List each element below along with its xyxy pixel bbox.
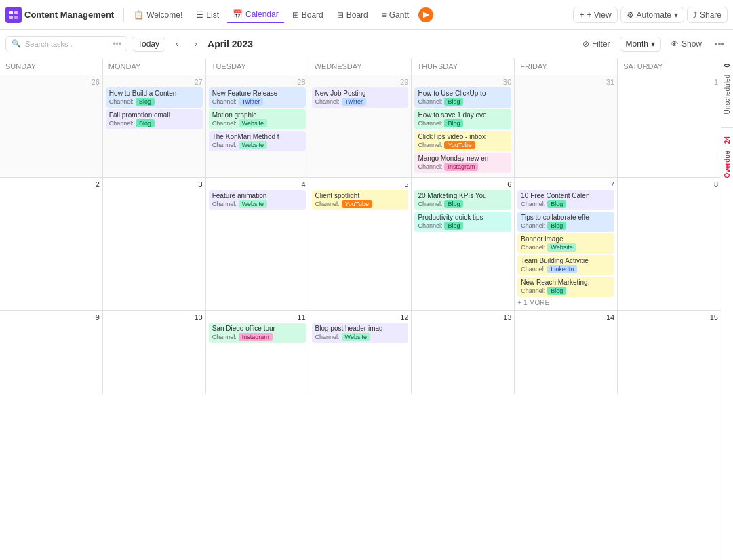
- header-saturday: Saturday: [618, 58, 721, 75]
- divider: [721, 127, 733, 128]
- day-num: 8: [620, 180, 718, 188]
- nav-item-gantt[interactable]: ≡ Gantt: [376, 7, 414, 22]
- header-tuesday: Tuesday: [206, 58, 309, 75]
- plus-icon: +: [579, 10, 584, 20]
- unscheduled-label[interactable]: Unscheduled: [724, 69, 731, 119]
- nav-item-list[interactable]: ☰ List: [191, 7, 224, 22]
- task-card[interactable]: Blog post header imag Channel: Website: [312, 323, 409, 343]
- next-month-button[interactable]: ›: [189, 37, 203, 52]
- day-mar30: 30 How to Use ClickUp to Channel: Blog H…: [412, 75, 515, 177]
- day-apr6: 6 20 Marketing KPIs You Channel: Blog Pr…: [412, 178, 515, 310]
- today-button[interactable]: Today: [132, 37, 165, 52]
- header-monday: Monday: [103, 58, 206, 75]
- task-card[interactable]: Fall promotion email Channel: Blog: [106, 109, 203, 129]
- task-card[interactable]: 10 Free Content Calen Channel: Blog: [517, 190, 614, 210]
- task-channel: Channel: Blog: [109, 119, 199, 127]
- task-channel: Channel: Blog: [418, 98, 508, 106]
- app-icon: [5, 7, 22, 23]
- gantt-icon: ≡: [382, 10, 387, 20]
- day-headers: Sunday Monday Tuesday Wednesday Thursday…: [0, 58, 721, 75]
- nav-right: + + View ⚙ Automate ▾ ⤴ Share: [573, 7, 728, 23]
- task-title: The KonMari Method f: [212, 133, 302, 140]
- automate-button[interactable]: ⚙ Automate ▾: [620, 7, 684, 23]
- task-card[interactable]: Feature animation Channel: Website: [209, 190, 306, 210]
- task-title: How to Use ClickUp to: [418, 89, 508, 97]
- task-channel: Channel: LinkedIn: [521, 265, 611, 273]
- task-channel: Channel: Twitter: [212, 98, 302, 106]
- task-card[interactable]: Team Building Activitie Channel: LinkedI…: [517, 255, 614, 275]
- task-card[interactable]: Motion graphic Channel: Website: [209, 109, 306, 129]
- list-icon: ☰: [196, 10, 203, 20]
- task-channel: Channel: Blog: [418, 200, 508, 208]
- day-apr8: 8: [618, 178, 721, 310]
- task-card[interactable]: Tips to collaborate effe Channel: Blog: [517, 212, 614, 232]
- calendar-row-3: 9 10 11 San Diego office tour Channel: I…: [0, 311, 721, 394]
- month-chevron-icon: ▾: [651, 39, 655, 49]
- more-options-button[interactable]: •••: [711, 36, 728, 52]
- automate-icon: ⚙: [627, 10, 634, 20]
- task-card[interactable]: 20 Marketing KPIs You Channel: Blog: [414, 190, 511, 210]
- channel-badge: Blog: [444, 222, 463, 230]
- task-title: How to Build a Conten: [109, 89, 199, 97]
- header-sunday: Sunday: [0, 58, 103, 75]
- day-num: 3: [106, 180, 203, 188]
- eye-icon: 👁: [671, 39, 679, 49]
- nav-item-welcome[interactable]: 📋 Welcome!: [128, 7, 188, 22]
- channel-badge: Website: [239, 119, 267, 127]
- channel-badge: Blog: [444, 200, 463, 208]
- calendar-grid: 26 27 How to Build a Conten Channel: Blo…: [0, 75, 721, 560]
- task-card[interactable]: Productivity quick tips Channel: Blog: [414, 212, 511, 232]
- more-link[interactable]: + 1 MORE: [517, 298, 614, 307]
- top-nav: Content Management 📋 Welcome! ☰ List 📅 C…: [0, 0, 733, 30]
- search-box[interactable]: 🔍 Search tasks . •••: [5, 36, 127, 52]
- day-num: 10: [106, 313, 203, 321]
- nav-item-board1[interactable]: ⊞ Board: [287, 7, 329, 22]
- task-card[interactable]: Mango Monday new en Channel: Instagram: [414, 153, 511, 173]
- nav-item-board2[interactable]: ⊟ Board: [332, 7, 374, 22]
- unscheduled-count: 0: [724, 64, 731, 68]
- task-card[interactable]: ClickTips video - inbox Channel: YouTube: [414, 131, 511, 151]
- task-channel: Channel: Website: [315, 333, 405, 341]
- prev-month-button[interactable]: ‹: [170, 37, 184, 52]
- task-card[interactable]: Client spotlight Channel: YouTube: [312, 190, 409, 210]
- task-channel: Channel: Instagram: [418, 163, 508, 171]
- task-channel: Channel: Blog: [521, 200, 611, 208]
- day-num: 11: [209, 313, 306, 321]
- channel-badge: Website: [547, 243, 576, 252]
- day-num: 12: [312, 313, 409, 321]
- month-select[interactable]: Month ▾: [620, 37, 661, 52]
- share-button[interactable]: ⤴ Share: [687, 7, 728, 23]
- day-num: 29: [312, 78, 409, 86]
- day-mar29: 29 New Job Posting Channel: Twitter: [309, 75, 412, 177]
- day-mar26: 26: [0, 75, 103, 177]
- channel-badge: Website: [239, 200, 267, 208]
- task-title: Blog post header imag: [315, 325, 405, 332]
- channel-badge: Website: [239, 141, 267, 149]
- task-card[interactable]: New Feature Release Channel: Twitter: [209, 87, 306, 108]
- app-title: Content Management: [24, 9, 114, 20]
- calendar-row-1: 26 27 How to Build a Conten Channel: Blo…: [0, 75, 721, 178]
- task-channel: Channel: Instagram: [212, 333, 302, 341]
- show-button[interactable]: 👁 Show: [665, 37, 707, 51]
- task-card[interactable]: How to save 1 day eve Channel: Blog: [414, 109, 511, 129]
- nav-item-calendar[interactable]: 📅 Calendar: [227, 7, 284, 23]
- task-title: Feature animation: [212, 192, 302, 199]
- task-card[interactable]: New Reach Marketing: Channel: Blog: [517, 277, 614, 297]
- add-view-button[interactable]: + + View: [573, 7, 617, 23]
- search-more-icon: •••: [113, 39, 121, 49]
- expand-views-button[interactable]: ▶: [418, 7, 433, 22]
- task-title: Productivity quick tips: [418, 214, 508, 221]
- overdue-label[interactable]: Overdue: [724, 145, 731, 184]
- task-card[interactable]: How to Use ClickUp to Channel: Blog: [414, 87, 511, 108]
- filter-button[interactable]: ⊘ Filter: [577, 37, 616, 51]
- task-card[interactable]: The KonMari Method f Channel: Website: [209, 131, 306, 151]
- task-card[interactable]: Banner image Channel: Website: [517, 233, 614, 254]
- task-channel: Channel: Blog: [521, 222, 611, 230]
- overdue-count: 24: [724, 136, 731, 144]
- task-title: New Feature Release: [212, 89, 302, 97]
- day-apr4: 4 Feature animation Channel: Website: [206, 178, 309, 310]
- task-card[interactable]: San Diego office tour Channel: Instagram: [209, 323, 306, 343]
- day-apr3: 3: [103, 178, 206, 310]
- task-card[interactable]: How to Build a Conten Channel: Blog: [106, 87, 203, 108]
- task-card[interactable]: New Job Posting Channel: Twitter: [312, 87, 409, 108]
